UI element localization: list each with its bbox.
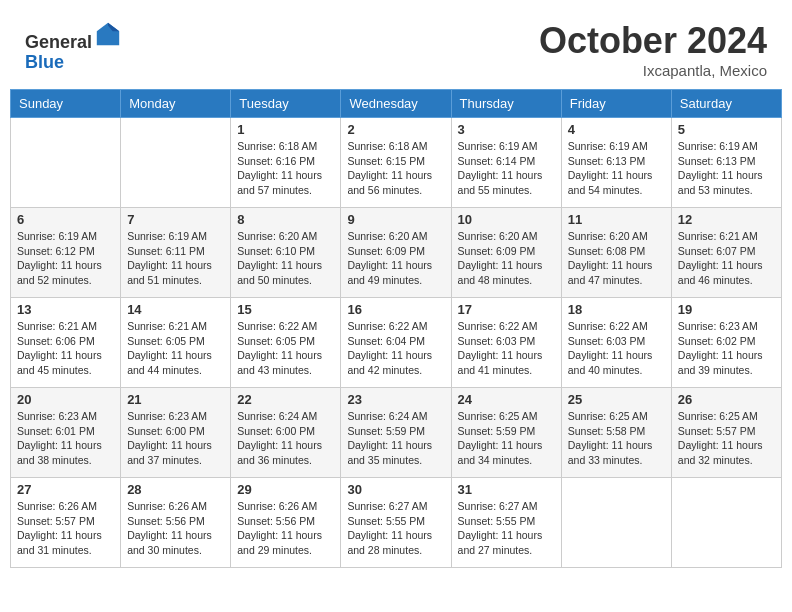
day-info: Sunrise: 6:19 AMSunset: 6:13 PMDaylight:… — [568, 139, 665, 198]
day-info: Sunrise: 6:27 AMSunset: 5:55 PMDaylight:… — [458, 499, 555, 558]
sunset-label: Sunset: 5:55 PM — [458, 515, 536, 527]
daylight-label: Daylight: 11 hours and 33 minutes. — [568, 439, 653, 466]
sunset-label: Sunset: 5:56 PM — [127, 515, 205, 527]
day-number: 13 — [17, 302, 114, 317]
day-number: 6 — [17, 212, 114, 227]
daylight-label: Daylight: 11 hours and 27 minutes. — [458, 529, 543, 556]
daylight-label: Daylight: 11 hours and 36 minutes. — [237, 439, 322, 466]
daylight-label: Daylight: 11 hours and 29 minutes. — [237, 529, 322, 556]
daylight-label: Daylight: 11 hours and 57 minutes. — [237, 169, 322, 196]
sunset-label: Sunset: 6:00 PM — [237, 425, 315, 437]
sunrise-label: Sunrise: 6:23 AM — [17, 410, 97, 422]
sunset-label: Sunset: 5:56 PM — [237, 515, 315, 527]
day-info: Sunrise: 6:25 AMSunset: 5:59 PMDaylight:… — [458, 409, 555, 468]
calendar-cell: 2Sunrise: 6:18 AMSunset: 6:15 PMDaylight… — [341, 118, 451, 208]
daylight-label: Daylight: 11 hours and 40 minutes. — [568, 349, 653, 376]
day-number: 24 — [458, 392, 555, 407]
day-info: Sunrise: 6:18 AMSunset: 6:16 PMDaylight:… — [237, 139, 334, 198]
day-number: 16 — [347, 302, 444, 317]
calendar-cell: 25Sunrise: 6:25 AMSunset: 5:58 PMDayligh… — [561, 388, 671, 478]
day-info: Sunrise: 6:22 AMSunset: 6:04 PMDaylight:… — [347, 319, 444, 378]
logo: General Blue — [25, 20, 122, 73]
calendar-cell: 20Sunrise: 6:23 AMSunset: 6:01 PMDayligh… — [11, 388, 121, 478]
day-header-thursday: Thursday — [451, 90, 561, 118]
calendar-cell: 12Sunrise: 6:21 AMSunset: 6:07 PMDayligh… — [671, 208, 781, 298]
calendar-header-row: SundayMondayTuesdayWednesdayThursdayFrid… — [11, 90, 782, 118]
sunset-label: Sunset: 5:57 PM — [678, 425, 756, 437]
sunset-label: Sunset: 6:09 PM — [458, 245, 536, 257]
day-info: Sunrise: 6:18 AMSunset: 6:15 PMDaylight:… — [347, 139, 444, 198]
day-number: 23 — [347, 392, 444, 407]
sunset-label: Sunset: 6:06 PM — [17, 335, 95, 347]
calendar-cell — [121, 118, 231, 208]
sunset-label: Sunset: 6:13 PM — [568, 155, 646, 167]
daylight-label: Daylight: 11 hours and 37 minutes. — [127, 439, 212, 466]
sunset-label: Sunset: 6:14 PM — [458, 155, 536, 167]
sunrise-label: Sunrise: 6:20 AM — [237, 230, 317, 242]
calendar-cell: 17Sunrise: 6:22 AMSunset: 6:03 PMDayligh… — [451, 298, 561, 388]
day-number: 11 — [568, 212, 665, 227]
day-number: 17 — [458, 302, 555, 317]
location: Ixcapantla, Mexico — [539, 62, 767, 79]
day-number: 22 — [237, 392, 334, 407]
day-info: Sunrise: 6:19 AMSunset: 6:13 PMDaylight:… — [678, 139, 775, 198]
daylight-label: Daylight: 11 hours and 51 minutes. — [127, 259, 212, 286]
sunset-label: Sunset: 5:59 PM — [458, 425, 536, 437]
daylight-label: Daylight: 11 hours and 28 minutes. — [347, 529, 432, 556]
day-number: 4 — [568, 122, 665, 137]
daylight-label: Daylight: 11 hours and 35 minutes. — [347, 439, 432, 466]
daylight-label: Daylight: 11 hours and 48 minutes. — [458, 259, 543, 286]
title-area: October 2024 Ixcapantla, Mexico — [539, 20, 767, 79]
sunrise-label: Sunrise: 6:25 AM — [568, 410, 648, 422]
day-number: 14 — [127, 302, 224, 317]
day-number: 26 — [678, 392, 775, 407]
calendar-cell: 23Sunrise: 6:24 AMSunset: 5:59 PMDayligh… — [341, 388, 451, 478]
sunset-label: Sunset: 6:13 PM — [678, 155, 756, 167]
day-info: Sunrise: 6:21 AMSunset: 6:07 PMDaylight:… — [678, 229, 775, 288]
sunrise-label: Sunrise: 6:22 AM — [237, 320, 317, 332]
day-info: Sunrise: 6:26 AMSunset: 5:57 PMDaylight:… — [17, 499, 114, 558]
day-info: Sunrise: 6:27 AMSunset: 5:55 PMDaylight:… — [347, 499, 444, 558]
daylight-label: Daylight: 11 hours and 47 minutes. — [568, 259, 653, 286]
sunset-label: Sunset: 6:03 PM — [568, 335, 646, 347]
calendar-cell: 10Sunrise: 6:20 AMSunset: 6:09 PMDayligh… — [451, 208, 561, 298]
sunrise-label: Sunrise: 6:26 AM — [17, 500, 97, 512]
day-info: Sunrise: 6:22 AMSunset: 6:05 PMDaylight:… — [237, 319, 334, 378]
calendar-cell: 31Sunrise: 6:27 AMSunset: 5:55 PMDayligh… — [451, 478, 561, 568]
svg-marker-0 — [97, 23, 119, 45]
day-number: 29 — [237, 482, 334, 497]
daylight-label: Daylight: 11 hours and 56 minutes. — [347, 169, 432, 196]
calendar: SundayMondayTuesdayWednesdayThursdayFrid… — [10, 89, 782, 568]
day-info: Sunrise: 6:23 AMSunset: 6:02 PMDaylight:… — [678, 319, 775, 378]
sunset-label: Sunset: 6:05 PM — [127, 335, 205, 347]
sunrise-label: Sunrise: 6:20 AM — [568, 230, 648, 242]
day-header-friday: Friday — [561, 90, 671, 118]
sunrise-label: Sunrise: 6:22 AM — [568, 320, 648, 332]
day-info: Sunrise: 6:20 AMSunset: 6:08 PMDaylight:… — [568, 229, 665, 288]
logo-blue: Blue — [25, 52, 64, 72]
logo-text: General — [25, 20, 122, 53]
sunrise-label: Sunrise: 6:20 AM — [347, 230, 427, 242]
day-number: 2 — [347, 122, 444, 137]
day-info: Sunrise: 6:26 AMSunset: 5:56 PMDaylight:… — [127, 499, 224, 558]
daylight-label: Daylight: 11 hours and 52 minutes. — [17, 259, 102, 286]
day-header-monday: Monday — [121, 90, 231, 118]
logo-icon — [94, 20, 122, 48]
sunrise-label: Sunrise: 6:26 AM — [127, 500, 207, 512]
daylight-label: Daylight: 11 hours and 54 minutes. — [568, 169, 653, 196]
sunset-label: Sunset: 6:00 PM — [127, 425, 205, 437]
day-number: 3 — [458, 122, 555, 137]
sunrise-label: Sunrise: 6:18 AM — [347, 140, 427, 152]
sunrise-label: Sunrise: 6:23 AM — [127, 410, 207, 422]
calendar-cell: 11Sunrise: 6:20 AMSunset: 6:08 PMDayligh… — [561, 208, 671, 298]
sunset-label: Sunset: 5:57 PM — [17, 515, 95, 527]
sunrise-label: Sunrise: 6:21 AM — [127, 320, 207, 332]
day-info: Sunrise: 6:26 AMSunset: 5:56 PMDaylight:… — [237, 499, 334, 558]
sunrise-label: Sunrise: 6:24 AM — [237, 410, 317, 422]
calendar-cell: 5Sunrise: 6:19 AMSunset: 6:13 PMDaylight… — [671, 118, 781, 208]
sunrise-label: Sunrise: 6:18 AM — [237, 140, 317, 152]
sunrise-label: Sunrise: 6:19 AM — [458, 140, 538, 152]
day-info: Sunrise: 6:20 AMSunset: 6:09 PMDaylight:… — [347, 229, 444, 288]
sunrise-label: Sunrise: 6:26 AM — [237, 500, 317, 512]
sunrise-label: Sunrise: 6:20 AM — [458, 230, 538, 242]
